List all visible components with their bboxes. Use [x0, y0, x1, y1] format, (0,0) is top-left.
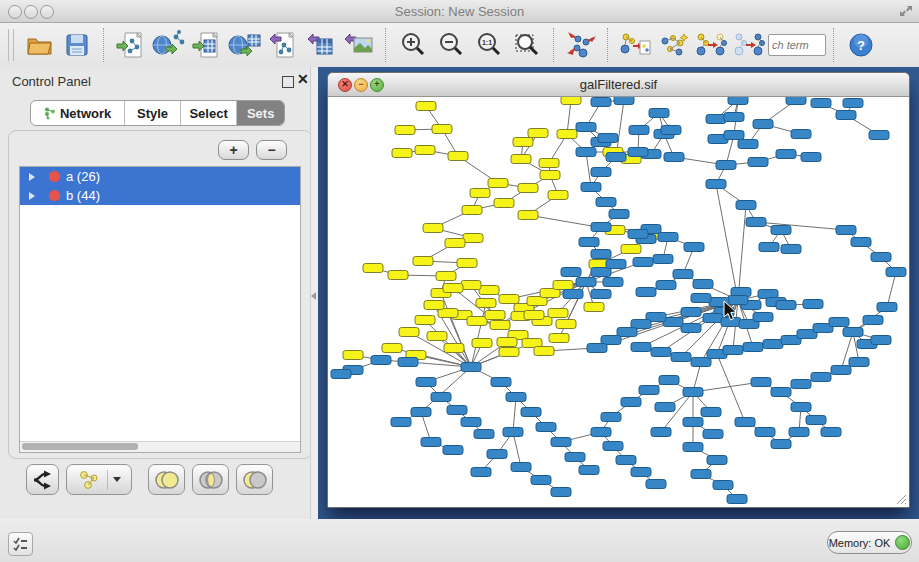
graph-node[interactable]: [398, 358, 418, 367]
graph-node[interactable]: [474, 430, 494, 439]
graph-node[interactable]: [706, 115, 726, 124]
graph-node[interactable]: [851, 238, 871, 247]
graph-node[interactable]: [659, 376, 679, 385]
graph-node[interactable]: [561, 97, 581, 105]
graph-node[interactable]: [693, 280, 713, 289]
graph-node[interactable]: [691, 294, 711, 303]
graph-node[interactable]: [631, 468, 651, 477]
open-session-button[interactable]: [20, 26, 58, 64]
graph-node[interactable]: [503, 428, 523, 437]
graph-node[interactable]: [629, 126, 649, 135]
graph-node[interactable]: [557, 130, 577, 139]
graph-node[interactable]: [416, 102, 436, 111]
graph-node[interactable]: [649, 109, 669, 118]
expander-icon[interactable]: [29, 192, 35, 200]
graph-node[interactable]: [591, 428, 611, 437]
graph-node[interactable]: [596, 198, 616, 207]
graph-node[interactable]: [836, 226, 856, 235]
graph-node[interactable]: [587, 344, 607, 353]
graph-node[interactable]: [462, 206, 482, 215]
graph-node[interactable]: [444, 344, 464, 353]
graph-node[interactable]: [871, 336, 891, 345]
graph-node[interactable]: [776, 150, 796, 159]
graph-node[interactable]: [628, 230, 648, 239]
apply-preferred-layout-button[interactable]: [562, 26, 600, 64]
graph-node[interactable]: [639, 386, 659, 395]
graph-node[interactable]: [716, 161, 736, 170]
graph-node[interactable]: [601, 413, 621, 422]
graph-node[interactable]: [791, 130, 811, 139]
search-input[interactable]: [768, 34, 826, 56]
graph-node[interactable]: [776, 301, 796, 310]
graph-node[interactable]: [472, 339, 492, 348]
graph-node[interactable]: [763, 340, 783, 349]
tab-network[interactable]: Network: [31, 101, 125, 125]
graph-node[interactable]: [563, 290, 583, 299]
intersect-sets-button[interactable]: [192, 464, 229, 495]
graph-node[interactable]: [490, 321, 510, 330]
graph-node[interactable]: [671, 353, 691, 362]
graph-node[interactable]: [382, 344, 402, 353]
graph-node[interactable]: [843, 99, 863, 108]
graph-node[interactable]: [591, 98, 611, 107]
expander-icon[interactable]: [29, 173, 35, 181]
graph-node[interactable]: [707, 456, 727, 465]
graph-node[interactable]: [485, 311, 505, 320]
graph-node[interactable]: [415, 316, 435, 325]
difference-sets-button[interactable]: [236, 464, 273, 495]
new-network-from-selection-button[interactable]: [616, 26, 654, 64]
export-image-button[interactable]: [340, 26, 378, 64]
graph-edge[interactable]: [738, 205, 746, 300]
graph-node[interactable]: [443, 446, 463, 455]
graph-node[interactable]: [738, 140, 758, 149]
graph-node[interactable]: [703, 430, 723, 439]
graph-node[interactable]: [343, 351, 363, 360]
network-graph[interactable]: [328, 97, 909, 507]
horizontal-scrollbar[interactable]: [20, 441, 300, 452]
graph-node[interactable]: [540, 171, 560, 180]
graph-node[interactable]: [656, 281, 676, 290]
import-network-url-button[interactable]: [150, 26, 188, 64]
graph-node[interactable]: [391, 418, 411, 427]
graph-node[interactable]: [551, 438, 571, 447]
graph-node[interactable]: [706, 180, 726, 189]
graph-node[interactable]: [528, 129, 548, 138]
graph-node[interactable]: [581, 183, 601, 192]
memory-status-button[interactable]: Memory: OK: [827, 531, 912, 554]
graph-node[interactable]: [681, 324, 701, 333]
graph-node[interactable]: [661, 126, 681, 135]
graph-node[interactable]: [427, 332, 447, 341]
graph-node[interactable]: [614, 97, 634, 105]
graph-node[interactable]: [431, 393, 451, 402]
graph-node[interactable]: [603, 278, 623, 287]
graph-node[interactable]: [703, 314, 723, 323]
resize-grip[interactable]: [894, 492, 907, 505]
split-set-button[interactable]: [26, 464, 59, 495]
graph-node[interactable]: [781, 245, 801, 254]
graph-node[interactable]: [457, 259, 477, 268]
graph-node[interactable]: [421, 438, 441, 447]
graph-node[interactable]: [803, 300, 823, 309]
graph-node[interactable]: [461, 363, 481, 372]
graph-node[interactable]: [863, 316, 883, 325]
graph-node[interactable]: [392, 149, 412, 158]
graph-node[interactable]: [576, 148, 596, 157]
graph-node[interactable]: [524, 311, 544, 320]
graph-node[interactable]: [461, 281, 481, 290]
graph-node[interactable]: [791, 403, 811, 412]
graph-node[interactable]: [395, 126, 415, 135]
import-network-file-button[interactable]: [112, 26, 150, 64]
graph-node[interactable]: [836, 111, 856, 120]
graph-node[interactable]: [743, 343, 763, 352]
graph-node[interactable]: [470, 189, 490, 198]
graph-node[interactable]: [511, 463, 531, 472]
graph-node[interactable]: [494, 199, 514, 208]
network-window-titlebar[interactable]: ✕ − + galFiltered.sif: [328, 73, 909, 97]
graph-node[interactable]: [621, 398, 641, 407]
graph-node[interactable]: [606, 260, 626, 269]
tab-select[interactable]: Select: [181, 101, 238, 125]
graph-node[interactable]: [723, 346, 743, 355]
graph-node[interactable]: [534, 347, 554, 356]
toolbar-handle[interactable]: [8, 29, 14, 61]
graph-node[interactable]: [681, 308, 701, 317]
